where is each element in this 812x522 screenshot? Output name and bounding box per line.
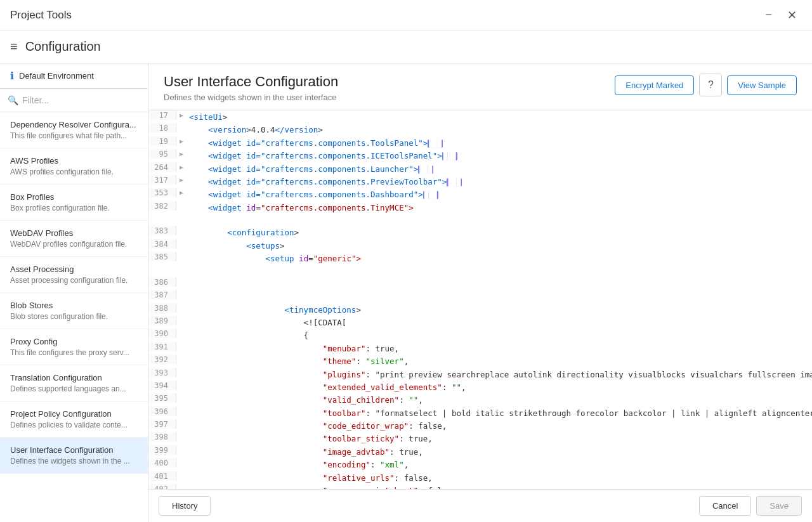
sidebar-item-title: Dependency Resolver Configura...	[10, 120, 138, 129]
sidebar-item-desc: This file configures the proxy serv...	[10, 348, 138, 357]
line-number: 401	[148, 471, 176, 481]
env-banner: ℹ Default Environment	[0, 63, 148, 89]
line-arrow	[176, 201, 187, 202]
header-bar: ≡ Configuration	[0, 30, 812, 63]
line-number: 17	[148, 110, 176, 120]
code-line: 385 <setup id="generic">	[148, 252, 812, 277]
sidebar-item-asset-processing[interactable]: Asset Processing Asset processing config…	[0, 257, 148, 293]
line-content: "toolbar": "formatselect | bold italic s…	[187, 407, 812, 419]
line-content: "plugins": "print preview searchreplace …	[187, 368, 812, 381]
sidebar-item-proxy-config[interactable]: Proxy Config This file configures the pr…	[0, 329, 148, 365]
line-content: <widget id="craftercms.components.ToolsP…	[187, 136, 443, 149]
line-number: 398	[148, 432, 176, 441]
line-arrow	[176, 407, 187, 408]
sidebar-item-desc: Defines the widgets shown in the ...	[10, 457, 138, 466]
line-content: <setup id="generic">	[187, 252, 361, 277]
sidebar-item-translation-config[interactable]: Translation Configuration Defines suppor…	[0, 365, 148, 401]
code-editor-wrap: 17 ▶ <siteUi> 18 <version>4.0.4</version…	[148, 110, 812, 489]
line-content: "relative_urls": false,	[187, 471, 433, 484]
line-content	[187, 277, 285, 290]
line-content: <widget id="craftercms.components.Launch…	[187, 162, 433, 175]
line-number: 388	[148, 303, 176, 313]
sidebar-item-desc: This file configures what file path...	[10, 131, 138, 140]
line-number: 384	[148, 239, 176, 249]
code-line: 388 <tinymceOptions>	[148, 303, 812, 316]
content-area: User Interface Configuration Defines the…	[148, 63, 812, 522]
sidebar-item-title: Translation Configuration	[10, 373, 138, 382]
title-bar-actions: − ✕	[760, 6, 802, 25]
line-content: <![CDATA[	[187, 316, 346, 329]
hamburger-button[interactable]: ≡	[10, 39, 18, 54]
sidebar-item-blob-stores[interactable]: Blob Stores Blob stores configuration fi…	[0, 293, 148, 329]
code-line: 353 ▶ <widget id="craftercms.components.…	[148, 188, 812, 200]
content-desc: Defines the widgets shown in the user in…	[164, 93, 338, 102]
code-line: 401 "relative_urls": false,	[148, 471, 812, 484]
view-sample-button[interactable]: View Sample	[727, 75, 797, 95]
sidebar-item-desc: Blob stores configuration file.	[10, 312, 138, 321]
sidebar-item-title: AWS Profiles	[10, 156, 138, 166]
line-number: 399	[148, 445, 176, 455]
code-line: 390 {	[148, 329, 812, 341]
line-arrow: ▶	[176, 188, 187, 196]
line-arrow	[176, 445, 187, 447]
sidebar-item-title: Project Policy Configuration	[10, 409, 138, 419]
app-title: Project Tools	[10, 9, 72, 22]
line-number: 383	[148, 226, 176, 235]
line-arrow: ▶	[176, 149, 187, 157]
line-content: "menubar": true,	[187, 342, 399, 355]
sidebar-item-title: User Interface Configuration	[10, 445, 138, 455]
line-number: 264	[148, 162, 176, 172]
line-arrow	[176, 316, 187, 317]
line-number: 390	[148, 329, 176, 338]
line-arrow	[176, 226, 187, 227]
code-line: 19 ▶ <widget id="craftercms.components.T…	[148, 136, 812, 149]
sidebar-item-desc: Box profiles configuration file.	[10, 204, 138, 212]
line-arrow	[176, 239, 187, 240]
content-header-left: User Interface Configuration Defines the…	[164, 74, 338, 102]
title-bar: Project Tools − ✕	[0, 0, 812, 30]
code-area[interactable]: 17 ▶ <siteUi> 18 <version>4.0.4</version…	[148, 110, 812, 489]
line-arrow	[176, 484, 187, 485]
line-content: <widget id="craftercms.components.ICEToo…	[187, 149, 457, 162]
code-line: 17 ▶ <siteUi>	[148, 110, 812, 123]
help-button[interactable]: ?	[699, 74, 722, 96]
line-number: 18	[148, 123, 176, 133]
history-button[interactable]: History	[159, 496, 211, 516]
line-content: "encoding": "xml",	[187, 458, 409, 471]
sidebar-item-webdav-profiles[interactable]: WebDAV Profiles WebDAV profiles configur…	[0, 221, 148, 257]
content-header: User Interface Configuration Defines the…	[148, 63, 812, 110]
sidebar-item-aws-profiles[interactable]: AWS Profiles AWS profiles configuration …	[0, 148, 148, 185]
sidebar-item-box-profiles[interactable]: Box Profiles Box profiles configuration …	[0, 185, 148, 221]
code-line: 18 <version>4.0.4</version>	[148, 123, 812, 136]
encrypt-marked-button[interactable]: Encrypt Marked	[615, 75, 694, 95]
code-line: 391 "menubar": true,	[148, 342, 812, 355]
minimize-button[interactable]: −	[760, 6, 777, 24]
cancel-button[interactable]: Cancel	[699, 496, 751, 516]
line-number: 395	[148, 393, 176, 403]
line-content: "toolbar_sticky": true,	[187, 432, 433, 445]
line-content: "code_editor_wrap": false,	[187, 419, 447, 432]
line-number: 396	[148, 407, 176, 416]
sidebar-item-desc: AWS profiles configuration file.	[10, 167, 138, 176]
sidebar-item-ui-config[interactable]: User Interface Configuration Defines the…	[0, 438, 148, 474]
filter-input-wrap: 🔍	[8, 95, 140, 105]
sidebar-item-project-policy[interactable]: Project Policy Configuration Defines pol…	[0, 401, 148, 438]
sidebar-item-title: WebDAV Profiles	[10, 228, 138, 238]
line-arrow: ▶	[176, 110, 187, 119]
code-line: 389 <![CDATA[	[148, 316, 812, 329]
line-number: 391	[148, 342, 176, 351]
line-number: 397	[148, 419, 176, 429]
code-line: 402 "remove_script_host": false,	[148, 484, 812, 489]
search-input[interactable]	[22, 95, 140, 105]
line-number: 317	[148, 175, 176, 185]
line-arrow	[176, 277, 187, 278]
line-content: "theme": "silver",	[187, 355, 409, 367]
sidebar-filter: 🔍	[0, 89, 148, 112]
line-arrow	[176, 123, 187, 124]
sidebar-item-desc: WebDAV profiles configuration file.	[10, 240, 138, 249]
sidebar-item-dependency-resolver[interactable]: Dependency Resolver Configura... This fi…	[0, 112, 148, 148]
line-content: <widget id="craftercms.components.Dashbo…	[187, 188, 438, 200]
line-arrow	[176, 381, 187, 382]
close-button[interactable]: ✕	[782, 6, 802, 25]
info-icon: ℹ	[10, 70, 14, 82]
